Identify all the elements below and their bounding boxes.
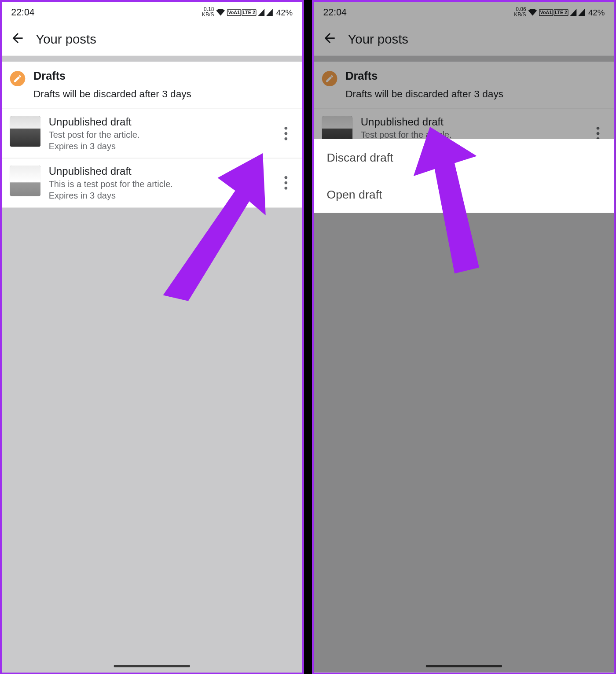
more-options-button[interactable]	[276, 121, 295, 146]
draft-list-item[interactable]: Unpublished draft Test post for the arti…	[2, 109, 302, 158]
network-speed-indicator: 0.18 KB/S	[202, 7, 214, 18]
drafts-section-header: Drafts Drafts will be discarded after 3 …	[2, 62, 302, 109]
discard-draft-option[interactable]: Discard draft	[314, 139, 614, 176]
draft-list-item[interactable]: Unpublished draft This is a test post fo…	[2, 158, 302, 208]
draft-subtitle: Test post for the article.	[49, 130, 140, 140]
open-draft-option[interactable]: Open draft	[314, 176, 614, 213]
signal-icon	[266, 9, 273, 16]
drafts-title: Drafts	[33, 70, 191, 83]
status-time: 22:04	[11, 7, 34, 18]
draft-title: Unpublished draft	[49, 116, 140, 129]
status-right: 0.18 KB/S VoA1 LTE 2 42%	[202, 7, 293, 18]
draft-thumbnail	[10, 166, 40, 196]
back-arrow-icon[interactable]	[10, 30, 26, 48]
signal-icon	[258, 9, 264, 16]
wifi-icon	[216, 7, 225, 17]
status-bar: 22:04 0.18 KB/S VoA1 LTE 2 42%	[2, 2, 302, 23]
home-indicator[interactable]	[114, 665, 190, 667]
left-phone-screenshot: 22:04 0.18 KB/S VoA1 LTE 2 42% Your post…	[0, 0, 304, 674]
options-sheet: Discard draft Open draft	[314, 139, 614, 213]
page-title: Your posts	[36, 32, 96, 47]
right-phone-screenshot: 22:04 0.06 KB/S VoA1 LTE 2 42% Your post…	[312, 0, 616, 674]
pencil-icon	[10, 71, 26, 86]
more-options-button[interactable]	[276, 170, 295, 195]
page-header: Your posts	[2, 23, 302, 56]
battery-text: 42%	[276, 7, 293, 17]
volte-indicator: VoA1 LTE 2	[227, 9, 257, 16]
draft-expiry: Expires in 3 days	[49, 190, 173, 200]
draft-title: Unpublished draft	[49, 166, 173, 178]
empty-area	[2, 208, 302, 673]
modal-overlay[interactable]	[314, 2, 614, 673]
drafts-subtitle: Drafts will be discarded after 3 days	[33, 88, 191, 100]
draft-subtitle: This is a test post for the article.	[49, 179, 173, 189]
draft-thumbnail	[10, 116, 40, 147]
draft-expiry: Expires in 3 days	[49, 141, 140, 151]
spacer	[2, 56, 302, 62]
